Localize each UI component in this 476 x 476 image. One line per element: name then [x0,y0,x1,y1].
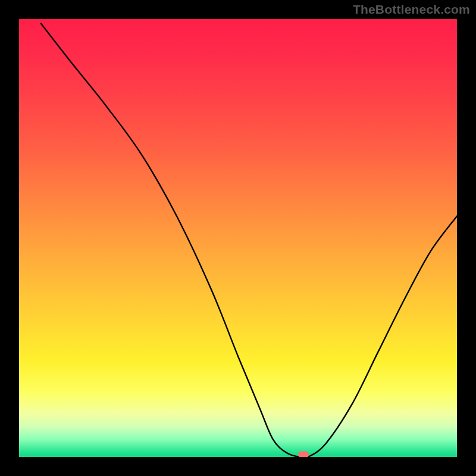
bottleneck-curve [19,19,457,457]
chart-frame: TheBottleneck.com [0,0,476,476]
optimal-marker [298,452,309,457]
watermark-text: TheBottleneck.com [353,2,470,17]
plot-area [19,19,457,457]
